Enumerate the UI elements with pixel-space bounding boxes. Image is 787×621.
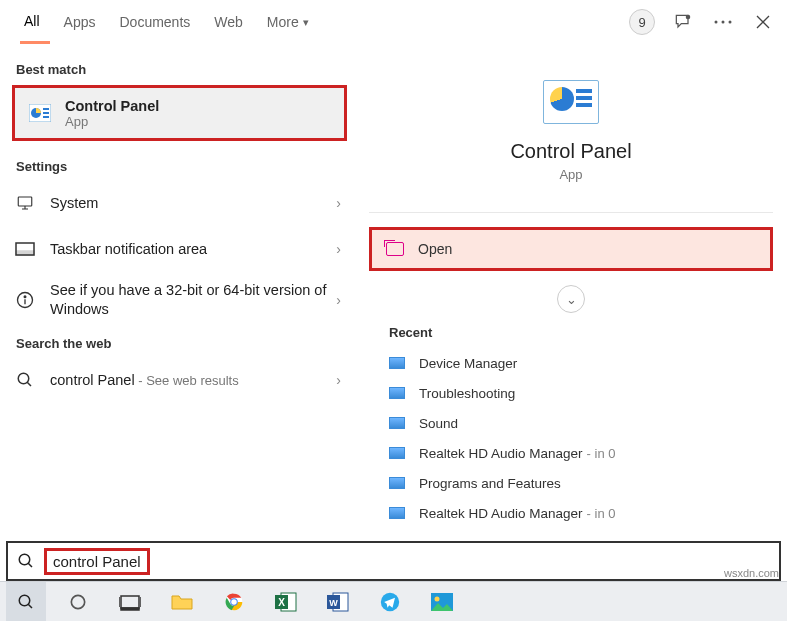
svg-point-14	[18, 373, 29, 384]
settings-taskbar-label: Taskbar notification area	[50, 241, 336, 257]
search-box[interactable]: control Panel	[6, 541, 781, 581]
recent-item[interactable]: Realtek HD Audio Manager - in 0	[389, 498, 753, 528]
settings-mini-icon	[389, 387, 405, 399]
preview-title: Control Panel	[369, 140, 773, 163]
taskbar-file-explorer-icon[interactable]	[162, 582, 202, 622]
chevron-right-icon: ›	[336, 292, 341, 308]
taskbar-cortana-icon[interactable]	[58, 582, 98, 622]
web-result-title: control Panel	[50, 372, 135, 388]
best-match-control-panel[interactable]: Control Panel App	[12, 85, 347, 141]
recent-item-suffix: - in 0	[587, 446, 616, 461]
svg-point-15	[19, 554, 30, 565]
preview-panel: Control Panel App Open ⌄ Recent Device M…	[355, 44, 787, 537]
preview-app-icon	[543, 80, 599, 124]
recent-item[interactable]: Realtek HD Audio Manager - in 0	[389, 438, 753, 468]
taskbar-icon	[14, 238, 36, 260]
svg-point-13	[24, 296, 26, 298]
monitor-icon	[14, 192, 36, 214]
chevron-down-icon: ▾	[303, 16, 309, 29]
recent-item-suffix: - in 0	[587, 506, 616, 521]
svg-rect-18	[121, 596, 139, 608]
recent-item[interactable]: Troubleshooting	[389, 378, 753, 408]
settings-mini-icon	[389, 507, 405, 519]
tab-more[interactable]: More ▾	[255, 0, 321, 44]
tab-apps[interactable]: Apps	[52, 0, 108, 44]
svg-point-16	[19, 595, 30, 606]
svg-rect-19	[121, 608, 139, 610]
svg-point-2	[722, 21, 725, 24]
open-icon	[386, 242, 404, 256]
feedback-icon[interactable]	[671, 10, 695, 34]
control-panel-icon	[29, 102, 51, 124]
settings-bits-label: See if you have a 32-bit or 64-bit versi…	[50, 281, 336, 319]
recent-item[interactable]: Device Manager	[389, 348, 753, 378]
svg-rect-6	[43, 108, 49, 110]
expand-actions-button[interactable]: ⌄	[557, 285, 585, 313]
taskbar-telegram-icon[interactable]	[370, 582, 410, 622]
chevron-right-icon: ›	[336, 195, 341, 211]
recent-list: Device ManagerTroubleshootingSoundRealte…	[369, 348, 773, 528]
svg-point-0	[686, 15, 689, 18]
web-result-suffix: - See web results	[135, 373, 239, 388]
preview-subtitle: App	[369, 167, 773, 182]
results-panel: Best match Control Panel App Settings Sy…	[0, 44, 355, 537]
taskbar-chrome-icon[interactable]	[214, 582, 254, 622]
svg-rect-7	[43, 112, 49, 114]
svg-point-31	[435, 596, 440, 601]
settings-item-taskbar[interactable]: Taskbar notification area ›	[0, 226, 355, 272]
recent-item[interactable]: Sound	[389, 408, 753, 438]
svg-point-3	[729, 21, 732, 24]
settings-mini-icon	[389, 417, 405, 429]
watermark: wsxdn.com	[724, 567, 779, 579]
taskbar-taskview-icon[interactable]	[110, 582, 150, 622]
best-match-title: Control Panel	[65, 98, 330, 114]
tab-web[interactable]: Web	[202, 0, 255, 44]
settings-mini-icon	[389, 447, 405, 459]
settings-mini-icon	[389, 357, 405, 369]
chevron-right-icon: ›	[336, 241, 341, 257]
tab-all[interactable]: All	[12, 0, 52, 44]
recent-item-label: Programs and Features	[419, 476, 561, 491]
search-tabs: All Apps Documents Web More ▾ 9	[0, 0, 787, 44]
tab-more-label: More	[267, 14, 299, 30]
svg-text:X: X	[278, 597, 285, 608]
section-recent: Recent	[369, 321, 773, 348]
web-result-control-panel[interactable]: control Panel - See web results ›	[0, 357, 355, 403]
more-options-icon[interactable]	[711, 10, 735, 34]
settings-system-label: System	[50, 195, 336, 211]
settings-item-bits[interactable]: See if you have a 32-bit or 64-bit versi…	[0, 272, 355, 328]
svg-text:W: W	[329, 598, 338, 608]
recent-item-label: Sound	[419, 416, 458, 431]
taskbar-word-icon[interactable]: W	[318, 582, 358, 622]
best-match-sub: App	[65, 114, 330, 129]
recent-item-label: Troubleshooting	[419, 386, 515, 401]
recent-item-label: Realtek HD Audio Manager	[419, 446, 583, 461]
chevron-right-icon: ›	[336, 372, 341, 388]
action-open[interactable]: Open	[369, 227, 773, 271]
info-icon	[14, 289, 36, 311]
settings-item-system[interactable]: System ›	[0, 180, 355, 226]
recent-item[interactable]: Programs and Features	[389, 468, 753, 498]
rewards-badge[interactable]: 9	[629, 9, 655, 35]
taskbar-excel-icon[interactable]: X	[266, 582, 306, 622]
divider	[369, 212, 773, 213]
svg-rect-8	[43, 116, 49, 118]
settings-mini-icon	[389, 477, 405, 489]
close-icon[interactable]	[751, 10, 775, 34]
svg-point-1	[715, 21, 718, 24]
action-open-label: Open	[418, 241, 452, 257]
recent-item-label: Realtek HD Audio Manager	[419, 506, 583, 521]
taskbar-photos-icon[interactable]	[422, 582, 462, 622]
section-best-match: Best match	[0, 54, 355, 83]
taskbar: X W	[0, 581, 787, 621]
search-query-text[interactable]: control Panel	[44, 548, 150, 575]
section-settings: Settings	[0, 151, 355, 180]
svg-rect-9	[18, 197, 32, 206]
chevron-down-icon: ⌄	[566, 292, 577, 307]
taskbar-search-button[interactable]	[6, 582, 46, 622]
search-icon	[14, 369, 36, 391]
search-icon	[14, 552, 38, 570]
section-search-web: Search the web	[0, 328, 355, 357]
svg-point-17	[71, 595, 84, 608]
tab-documents[interactable]: Documents	[107, 0, 202, 44]
